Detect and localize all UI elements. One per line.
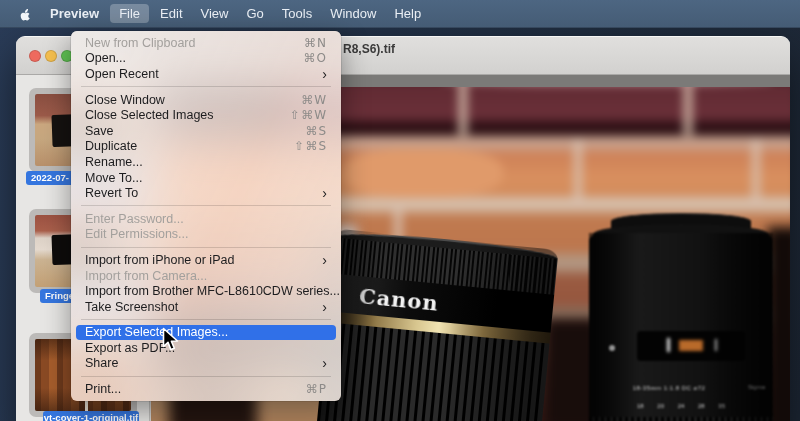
submenu-chevron-icon: › — [322, 300, 327, 314]
file-dropdown-menu: New from Clipboard⌘NOpen...⌘OOpen Recent… — [71, 31, 341, 401]
menu-separator — [81, 376, 331, 377]
menu-item-label: Enter Password... — [85, 212, 184, 226]
menu-item-label: Save — [85, 124, 114, 138]
menubar-item-label: Help — [394, 6, 421, 21]
menubar-item-edit[interactable]: Edit — [151, 0, 191, 28]
menu-item-label: Duplicate — [85, 139, 137, 153]
menu-bar: PreviewFileEditViewGoToolsWindowHelp — [0, 0, 800, 28]
sigma-spec-text: 18-35mm 1:1.8 DC ⌀72 — [589, 384, 749, 391]
menubar-item-file[interactable]: File — [110, 0, 149, 28]
menu-item-shortcut: ⌘O — [304, 51, 327, 65]
menu-item-save[interactable]: Save⌘S — [71, 123, 341, 139]
menu-separator — [81, 319, 331, 320]
sigma-screw — [609, 345, 615, 351]
menubar-item-label: Preview — [50, 6, 99, 21]
canon-lens: Canon — [315, 229, 558, 421]
menubar-item-help[interactable]: Help — [385, 0, 430, 28]
menu-separator — [81, 205, 331, 206]
sigma-zoom-scale: 18 20 24 28 35 — [603, 403, 759, 409]
menubar-item-label: Edit — [160, 6, 182, 21]
menu-item-label: Export Selected Images... — [85, 325, 228, 339]
menu-item-label: New from Clipboard — [85, 36, 195, 50]
apple-menu[interactable] — [18, 6, 33, 21]
menu-separator — [81, 86, 331, 87]
menubar-item-label: Window — [330, 6, 376, 21]
thumbnail-label: vt-cover-1-original.tif — [43, 411, 139, 421]
menu-item-label: Edit Permissions... — [85, 227, 189, 241]
canon-lens-zoom-ring — [315, 322, 549, 421]
menu-item-label: Move To... — [85, 171, 142, 185]
menu-item-print[interactable]: Print...⌘P — [71, 381, 341, 397]
submenu-chevron-icon: › — [322, 67, 327, 81]
menu-item-open-recent[interactable]: Open Recent› — [71, 66, 341, 82]
menu-item-label: Close Selected Images — [85, 108, 214, 122]
menu-item-label: Import from Brother MFC-L8610CDW series.… — [85, 284, 340, 298]
menu-item-shortcut: ⌘S — [305, 124, 327, 138]
minimize-button[interactable] — [45, 50, 57, 62]
menu-item-take-screenshot[interactable]: Take Screenshot› — [71, 299, 341, 315]
sigma-zoom-ring — [589, 417, 773, 421]
menu-item-export-as-pdf[interactable]: Export as PDF... — [71, 340, 341, 356]
submenu-chevron-icon: › — [322, 253, 327, 267]
menubar-item-tools[interactable]: Tools — [273, 0, 321, 28]
submenu-chevron-icon: › — [322, 186, 327, 200]
menu-item-label: Open... — [85, 51, 126, 65]
canon-logo: Canon — [328, 280, 440, 315]
menu-item-enter-password[interactable]: Enter Password... — [71, 211, 341, 227]
menu-item-label: Take Screenshot — [85, 300, 178, 314]
menu-item-shortcut: ⇧⌘W — [290, 108, 327, 122]
canon-lens-name-band: Canon — [328, 273, 555, 332]
menu-item-share[interactable]: Share› — [71, 356, 341, 372]
menu-item-shortcut: ⇧⌘S — [294, 139, 327, 153]
menu-item-new-from-clipboard[interactable]: New from Clipboard⌘N — [71, 35, 341, 51]
close-button[interactable] — [29, 50, 41, 62]
menu-item-label: Rename... — [85, 155, 143, 169]
menubar-item-view[interactable]: View — [192, 0, 238, 28]
menubar-item-label: Tools — [282, 6, 312, 21]
menu-item-move-to[interactable]: Move To... — [71, 170, 341, 186]
menubar-item-go[interactable]: Go — [237, 0, 272, 28]
sigma-lens-barrel: 18-35mm 1:1.8 DC ⌀72 Sigma 18 20 24 28 3… — [589, 233, 773, 421]
menu-item-shortcut: ⌘P — [306, 382, 327, 396]
menu-item-edit-permissions[interactable]: Edit Permissions... — [71, 227, 341, 243]
sigma-lens: 18-35mm 1:1.8 DC ⌀72 Sigma 18 20 24 28 3… — [589, 213, 773, 421]
apple-logo-icon — [18, 6, 33, 21]
menu-item-label: Print... — [85, 382, 121, 396]
menu-item-label: Revert To — [85, 186, 138, 200]
menubar-item-preview[interactable]: Preview — [41, 0, 108, 28]
menu-item-rename[interactable]: Rename... — [71, 154, 341, 170]
sigma-distance-window — [637, 331, 745, 361]
menu-item-duplicate[interactable]: Duplicate⇧⌘S — [71, 139, 341, 155]
menubar-item-label: File — [110, 4, 149, 23]
menu-separator — [81, 247, 331, 248]
menu-item-import-from-iphone-or-ipad[interactable]: Import from iPhone or iPad› — [71, 252, 341, 268]
menu-item-shortcut: ⌘W — [301, 93, 327, 107]
menu-item-close-selected-images[interactable]: Close Selected Images⇧⌘W — [71, 107, 341, 123]
mouse-cursor — [162, 327, 181, 357]
menubar-item-label: View — [201, 6, 229, 21]
menu-item-label: Import from iPhone or iPad — [85, 253, 234, 267]
canon-lens-focus-ring — [331, 238, 557, 295]
menu-item-import-from-brother-mfc-l8610cdw-series[interactable]: Import from Brother MFC-L8610CDW series.… — [71, 283, 341, 299]
canon-lens-gold-ring — [327, 311, 551, 343]
menu-item-import-from-camera[interactable]: Import from Camera... — [71, 268, 341, 284]
menu-item-revert-to[interactable]: Revert To› — [71, 185, 341, 201]
menu-item-close-window[interactable]: Close Window⌘W — [71, 92, 341, 108]
menu-item-shortcut: ⌘N — [304, 36, 327, 50]
sigma-brand-text: Sigma — [748, 384, 765, 390]
submenu-chevron-icon: › — [322, 356, 327, 370]
menubar-item-window[interactable]: Window — [321, 0, 385, 28]
window-title: R8,S6).tif — [343, 42, 395, 56]
menubar-item-label: Go — [246, 6, 263, 21]
menu-item-open[interactable]: Open...⌘O — [71, 51, 341, 67]
menu-item-label: Open Recent — [85, 67, 159, 81]
menu-item-export-selected-images[interactable]: Export Selected Images... — [76, 325, 336, 341]
menu-item-label: Close Window — [85, 93, 165, 107]
menu-item-label: Share — [85, 356, 118, 370]
menu-item-label: Import from Camera... — [85, 269, 207, 283]
